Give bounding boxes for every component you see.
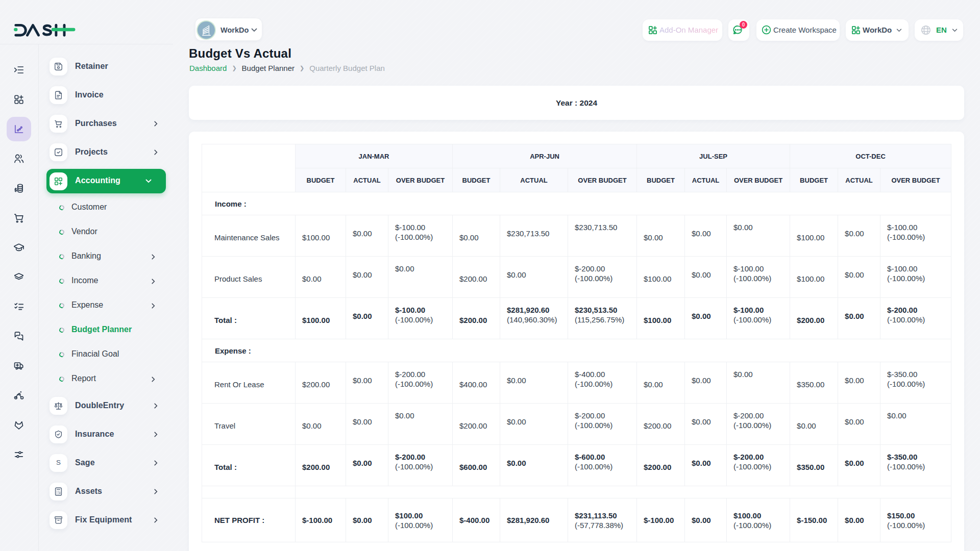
svg-text:S: S <box>56 459 61 466</box>
